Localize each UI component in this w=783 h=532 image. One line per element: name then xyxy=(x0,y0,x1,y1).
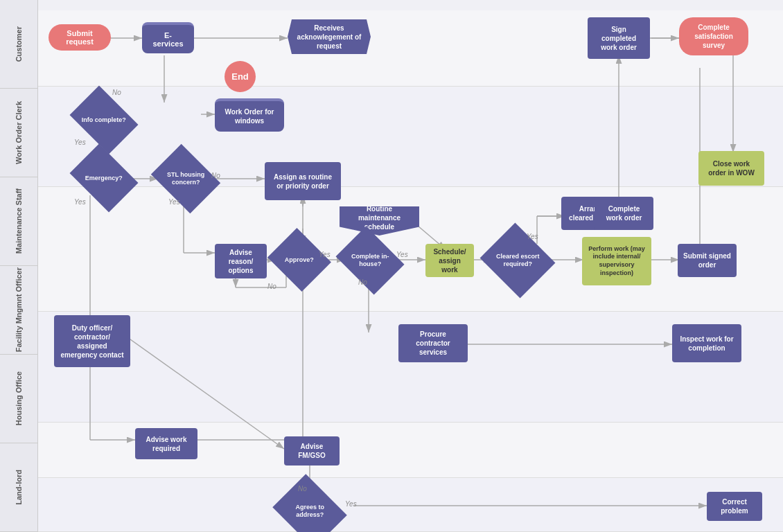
complete-satisfaction-survey-node[interactable]: Complete satisfaction survey xyxy=(679,17,748,55)
schedule-assign-node[interactable]: Schedule/ assign work xyxy=(425,244,474,277)
lane-label-customer: Customer xyxy=(0,0,37,89)
perform-work-node[interactable]: Perform work (may include internal/ supe… xyxy=(582,237,651,285)
yes-label-inhouse: Yes xyxy=(396,251,408,258)
yes-label-emergency: Yes xyxy=(74,198,86,206)
yes-label-approve: Yes xyxy=(319,251,331,258)
yes-label-cleared: Yes xyxy=(527,233,538,240)
advise-work-node[interactable]: Advise work required xyxy=(135,428,197,459)
lane-maint-bg xyxy=(38,187,783,312)
advise-fm-gso-node[interactable]: Advise FM/GSO xyxy=(284,436,340,466)
complete-work-order-node[interactable]: Complete work order xyxy=(595,197,653,230)
procure-contractor-node[interactable]: Procure contractor services xyxy=(398,324,468,362)
sign-completed-work-order-node[interactable]: Sign completed work order xyxy=(588,17,650,59)
work-order-windows-node[interactable]: Work Order for windows xyxy=(215,98,284,132)
lane-label-landlord: Land-lord xyxy=(0,443,37,532)
correct-problem-node[interactable]: Correct problem xyxy=(707,492,762,521)
no-label-approve: No xyxy=(267,283,276,290)
end-node[interactable]: End xyxy=(225,61,256,92)
yes-label-info: Yes xyxy=(74,139,86,146)
e-services-node[interactable]: E-services xyxy=(142,22,194,53)
lane-label-housing: Housing Office xyxy=(0,355,37,443)
lane-clerk-bg xyxy=(38,87,783,187)
no-label-info: No xyxy=(112,89,121,96)
diagram-container: Customer Work Order Clerk Maintenance St… xyxy=(0,0,783,532)
yes-label-stl: Yes xyxy=(168,198,180,206)
receives-acknowledgement-node[interactable]: Receives acknowlegement of request xyxy=(288,19,371,54)
inspect-work-node[interactable]: Inspect work for completion xyxy=(672,324,741,362)
lane-label-clerk: Work Order Clerk xyxy=(0,89,37,177)
submit-signed-node[interactable]: Submit signed order xyxy=(678,244,737,277)
lane-label-maint: Maintenance Staff xyxy=(0,177,37,266)
duty-officer-node[interactable]: Duty officer/ contractor/ assigned emerg… xyxy=(54,315,130,367)
lane-labels: Customer Work Order Clerk Maintenance St… xyxy=(0,0,38,532)
yes-label-agrees: Yes xyxy=(345,500,357,508)
close-work-order-node[interactable]: Close work order in WOW xyxy=(698,151,764,186)
assign-routine-node[interactable]: Assign as routine or priority order xyxy=(265,162,341,200)
submit-request-node[interactable]: Submit request xyxy=(49,24,111,51)
no-label-stl: No xyxy=(211,172,220,179)
advise-reason-node[interactable]: Advise reason/ options xyxy=(215,244,267,278)
no-label-inhouse: No xyxy=(358,278,367,286)
no-label-agrees: No xyxy=(298,485,307,493)
lane-landlord-bg xyxy=(38,478,783,532)
lane-label-facility: Facility Mngmnt Officer xyxy=(0,266,37,355)
